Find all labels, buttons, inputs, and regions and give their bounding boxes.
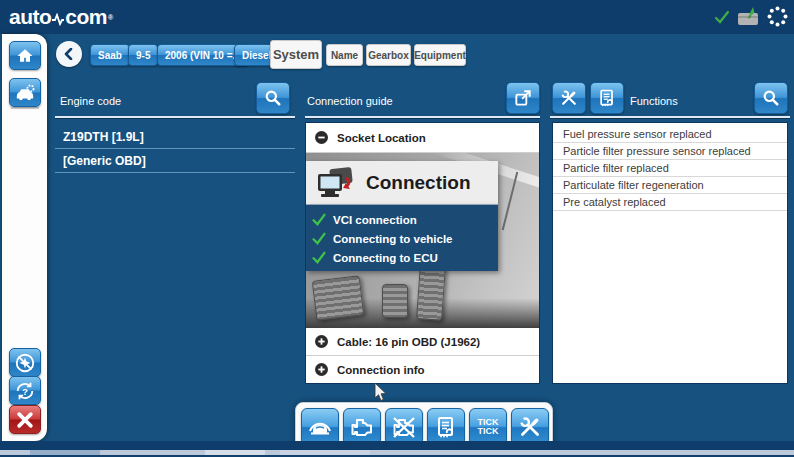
update-inbox-icon bbox=[737, 7, 760, 26]
vci-computer-icon bbox=[316, 166, 356, 200]
tick-tick-icon: TICK TICK bbox=[478, 418, 499, 436]
accordion-socket-location[interactable]: Socket Location bbox=[306, 123, 539, 153]
functions-service-record-button[interactable] bbox=[590, 82, 624, 114]
engine-icon bbox=[349, 414, 375, 440]
engine-code-search-button[interactable] bbox=[256, 82, 290, 114]
pedal bbox=[382, 284, 408, 318]
function-item[interactable]: Particulate filter regeneration bbox=[553, 177, 787, 194]
vehicle-icon bbox=[307, 414, 333, 440]
engine-code-item[interactable]: Z19DTH [1.9L] bbox=[55, 125, 295, 149]
engine-code-item[interactable]: [Generic OBD] bbox=[55, 149, 295, 173]
breadcrumb-make[interactable]: Saab bbox=[90, 44, 130, 66]
service-record-icon bbox=[434, 415, 458, 439]
mouse-cursor bbox=[374, 383, 388, 403]
engine-panel-divider bbox=[55, 116, 295, 118]
close-icon bbox=[15, 410, 35, 430]
back-icon bbox=[63, 48, 75, 60]
functions-title: Functions bbox=[630, 95, 678, 107]
pedal bbox=[416, 265, 446, 321]
help-icon: ? bbox=[14, 380, 36, 402]
connection-step: VCI connection bbox=[312, 210, 498, 229]
functions-tools-button[interactable] bbox=[552, 82, 586, 114]
function-item[interactable]: Particle filter replaced bbox=[553, 160, 787, 177]
connection-guide-panel: Socket Location Connection bbox=[305, 122, 540, 384]
functions-search-button[interactable] bbox=[754, 82, 788, 114]
tab-system[interactable]: System bbox=[270, 40, 322, 69]
pedal bbox=[312, 275, 365, 321]
service-record-icon bbox=[597, 88, 617, 108]
function-item[interactable]: Fuel pressure sensor replaced bbox=[553, 126, 787, 143]
connection-panel-divider bbox=[305, 116, 540, 118]
accordion-label: Connection info bbox=[337, 364, 425, 376]
functions-panel: Fuel pressure sensor replaced Particle f… bbox=[552, 122, 788, 384]
connection-overlay-header: Connection bbox=[306, 161, 498, 205]
tab-name[interactable]: Name bbox=[326, 44, 363, 66]
breadcrumb-model[interactable]: 9-5 bbox=[128, 44, 158, 66]
airplane-off-icon bbox=[14, 352, 36, 374]
open-external-icon bbox=[513, 88, 533, 108]
svg-text:?: ? bbox=[22, 386, 28, 396]
tools-icon bbox=[517, 414, 543, 440]
success-check-icon bbox=[714, 9, 730, 25]
check-icon bbox=[312, 232, 326, 245]
logo-text-left: auto bbox=[9, 5, 51, 29]
function-item[interactable]: Particle filter pressure sensor replaced bbox=[553, 143, 787, 160]
socket-location-photo: Connection VCI connection Connecting to … bbox=[306, 153, 539, 328]
registered-mark: ® bbox=[108, 14, 113, 21]
home-icon bbox=[15, 46, 35, 66]
sidebar-divider bbox=[11, 107, 39, 109]
functions-panel-divider bbox=[550, 116, 790, 118]
vehicle-diagnostics-button[interactable] bbox=[9, 78, 41, 107]
sidebar: ? bbox=[2, 34, 47, 441]
expand-icon bbox=[315, 363, 328, 376]
connection-guide-title: Connection guide bbox=[307, 95, 393, 107]
function-item[interactable]: Pre catalyst replaced bbox=[553, 194, 787, 211]
check-icon bbox=[312, 251, 326, 264]
help-button[interactable]: ? bbox=[9, 376, 41, 405]
accordion-cable[interactable]: Cable: 16 pin OBD (J1962) bbox=[306, 328, 539, 356]
pulse-icon bbox=[52, 13, 64, 26]
engine-code-title: Engine code bbox=[60, 95, 121, 107]
home-button[interactable] bbox=[9, 41, 41, 70]
expand-icon bbox=[315, 335, 328, 348]
tab-equipment[interactable]: Equipment bbox=[414, 44, 466, 66]
search-icon bbox=[761, 88, 781, 108]
autocom-logo: auto com ® bbox=[9, 5, 113, 29]
collapse-icon bbox=[315, 131, 328, 144]
tools-icon bbox=[559, 88, 579, 108]
engine-off-icon bbox=[391, 414, 417, 440]
accordion-label: Cable: 16 pin OBD (J1962) bbox=[337, 336, 480, 348]
check-icon bbox=[312, 213, 326, 226]
window-bottom-edge bbox=[0, 441, 794, 450]
connection-step: Connecting to ECU bbox=[312, 248, 498, 267]
connection-step: Connecting to vehicle bbox=[312, 229, 498, 248]
vehicle-diagnostics-icon bbox=[14, 83, 36, 103]
back-button[interactable] bbox=[56, 41, 82, 67]
connection-guide-export-button[interactable] bbox=[506, 82, 540, 114]
accordion-label: Socket Location bbox=[337, 132, 426, 144]
search-icon bbox=[263, 88, 283, 108]
logo-text-right: com bbox=[65, 5, 107, 29]
accordion-connection-info[interactable]: Connection info bbox=[306, 356, 539, 383]
loading-spinner-icon bbox=[767, 6, 788, 27]
connection-steps: VCI connection Connecting to vehicle Con… bbox=[306, 205, 498, 271]
titlebar: auto com ® bbox=[0, 0, 794, 34]
connection-overlay-title: Connection bbox=[366, 172, 471, 194]
tab-gearbox[interactable]: Gearbox bbox=[366, 44, 411, 66]
exit-button[interactable] bbox=[9, 405, 41, 434]
airplane-mode-button[interactable] bbox=[9, 348, 41, 377]
